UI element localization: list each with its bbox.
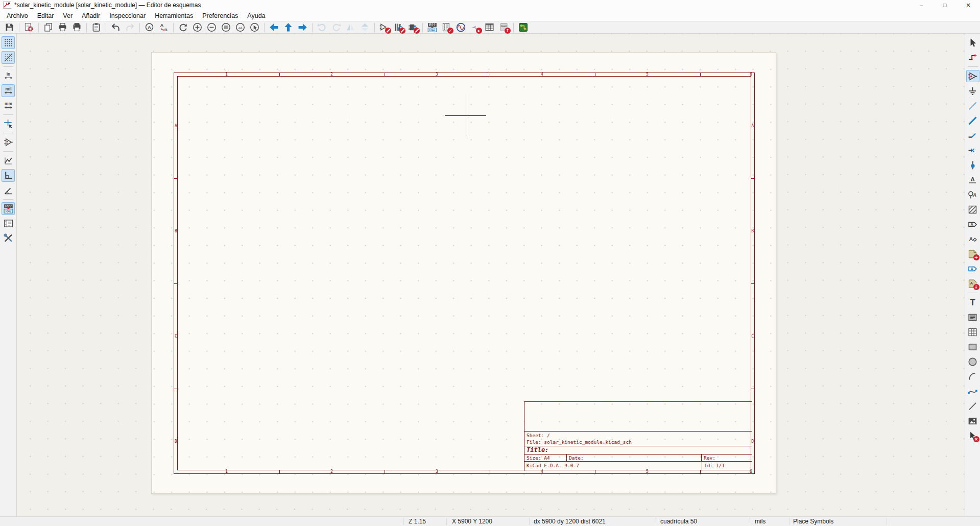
image-tool[interactable] xyxy=(966,415,979,427)
menu-herramientas[interactable]: Herramientas xyxy=(150,11,198,20)
highlight-net-tool[interactable] xyxy=(966,51,979,63)
no-connect-tool[interactable] xyxy=(966,144,979,156)
circle-tool[interactable] xyxy=(966,355,979,368)
mirror-h-button[interactable] xyxy=(358,21,372,33)
menu-inspeccionar[interactable]: Inspeccionar xyxy=(105,11,150,20)
close-button[interactable]: ✕ xyxy=(957,0,980,10)
grid-overrides-button[interactable] xyxy=(2,51,15,64)
hierarchical-label-tool[interactable]: A xyxy=(966,218,979,230)
zoom-out-button[interactable] xyxy=(205,21,219,33)
menu-editar[interactable]: Editar xyxy=(33,11,59,20)
zoomobjects-icon xyxy=(235,22,246,33)
hierlabel-icon: A xyxy=(967,219,978,230)
symbol-editor-button[interactable] xyxy=(377,21,391,33)
table-tool[interactable] xyxy=(966,326,979,338)
menu-preferencias[interactable]: Preferencias xyxy=(198,11,243,20)
paste-button[interactable] xyxy=(89,21,103,33)
app-icon xyxy=(3,2,11,9)
undo-button[interactable] xyxy=(109,21,123,33)
annotate-button[interactable]: R??R42 xyxy=(425,21,439,33)
page-settings-button[interactable] xyxy=(41,21,55,33)
symbol-fields-table-button[interactable] xyxy=(483,21,496,33)
find-replace-button[interactable]: AB xyxy=(157,21,171,33)
zoom-fit-button[interactable] xyxy=(219,21,233,33)
export-bom-button[interactable]: .bom↑ xyxy=(497,21,511,33)
grid-toggle-button[interactable] xyxy=(2,36,15,49)
wires-any-angle-button[interactable] xyxy=(2,154,15,167)
find-button[interactable]: A xyxy=(142,21,156,33)
draw-bus-tool[interactable] xyxy=(966,114,979,127)
delete-tool[interactable]: × xyxy=(966,429,979,442)
open-pcb-editor-button[interactable] xyxy=(516,21,530,33)
cursor-shape-button[interactable] xyxy=(2,117,15,130)
arc-tool[interactable] xyxy=(966,370,979,382)
paper-size: Size: A4 xyxy=(524,455,567,461)
redo-button[interactable] xyxy=(123,21,137,33)
text-tool[interactable]: T xyxy=(966,296,979,308)
properties-panel-button[interactable] xyxy=(2,232,15,245)
print-button[interactable] xyxy=(56,21,69,33)
global-label-tool[interactable]: A xyxy=(966,188,979,201)
netclass-directive-tool[interactable]: A xyxy=(966,233,979,245)
hierarchy-navigator-button[interactable] xyxy=(2,217,15,230)
textbox-tool[interactable] xyxy=(966,311,979,323)
menu-ayuda[interactable]: Ayuda xyxy=(243,11,270,20)
refresh-button[interactable] xyxy=(176,21,190,33)
hierarchical-sheet-tool[interactable]: + xyxy=(966,248,979,260)
rotate-ccw-button[interactable] xyxy=(315,21,329,33)
schematic-setup-button[interactable] xyxy=(22,21,36,33)
bezier-tool[interactable] xyxy=(966,385,979,397)
place-power-tool[interactable] xyxy=(966,85,979,97)
menu-anadir[interactable]: Añadir xyxy=(77,11,105,20)
simulator-button[interactable] xyxy=(454,21,468,33)
minimize-button[interactable]: – xyxy=(910,0,933,10)
nav-back-button[interactable] xyxy=(267,21,281,33)
select-tool[interactable] xyxy=(966,36,979,49)
rotate-cw-button[interactable] xyxy=(329,21,343,33)
zoom-in-button[interactable] xyxy=(190,21,204,33)
lines45-icon xyxy=(3,185,14,196)
mirror-v-button[interactable] xyxy=(344,21,357,33)
draw-wire-tool[interactable] xyxy=(966,100,979,112)
sim-probe-button[interactable]: ▸ xyxy=(468,21,482,33)
zoom-objects-button[interactable] xyxy=(233,21,247,33)
bus-icon xyxy=(967,115,978,126)
menu-archivo[interactable]: Archivo xyxy=(2,11,33,20)
net-label-tool[interactable]: A xyxy=(966,174,979,186)
import-sheet-pin-tool[interactable]: A↓ xyxy=(966,277,979,290)
nav-up-button[interactable] xyxy=(281,21,295,33)
library-browser-button[interactable] xyxy=(392,21,405,33)
junction-tool[interactable] xyxy=(966,159,979,171)
wires-hv-button[interactable] xyxy=(2,169,15,182)
setup-icon xyxy=(23,22,34,33)
footprint-assign-button[interactable] xyxy=(406,21,420,33)
toolbar-separator xyxy=(422,23,423,32)
plot-button[interactable] xyxy=(70,21,84,33)
zoom-selection-button[interactable] xyxy=(248,21,261,33)
annotate-auto-button[interactable]: R??R42 xyxy=(2,202,15,215)
erc-button[interactable]: ✓ xyxy=(440,21,453,33)
save-button[interactable] xyxy=(3,21,16,33)
toolbar-separator xyxy=(3,199,13,200)
sheet-pin-tool[interactable]: A xyxy=(966,262,979,275)
line-tool[interactable] xyxy=(966,400,979,412)
units-mils-button[interactable]: mil xyxy=(2,84,15,97)
wire-icon xyxy=(967,101,978,111)
statusbar-separator xyxy=(656,518,656,525)
units-inches-button[interactable]: in xyxy=(2,69,15,82)
bus-entry-tool[interactable] xyxy=(966,129,979,141)
schematic-canvas[interactable]: 112233445566AABBCCDD Sheet: / File: sola… xyxy=(17,34,965,516)
wires-45-button[interactable] xyxy=(2,184,15,197)
hidden-pins-button[interactable] xyxy=(2,136,15,149)
frame-column-tick xyxy=(279,73,280,76)
rule-area-tool[interactable] xyxy=(966,203,979,216)
units-mm-button[interactable]: mm xyxy=(2,99,15,112)
bezier-icon xyxy=(967,386,978,397)
menu-ver[interactable]: Ver xyxy=(58,11,77,20)
place-symbol-tool[interactable] xyxy=(966,70,979,82)
nav-forward-button[interactable] xyxy=(296,21,309,33)
statusbar-separator xyxy=(446,518,447,525)
maximize-button[interactable]: □ xyxy=(933,0,957,10)
badge-up-icon: ↑ xyxy=(505,28,511,34)
rectangle-tool[interactable] xyxy=(966,341,979,353)
